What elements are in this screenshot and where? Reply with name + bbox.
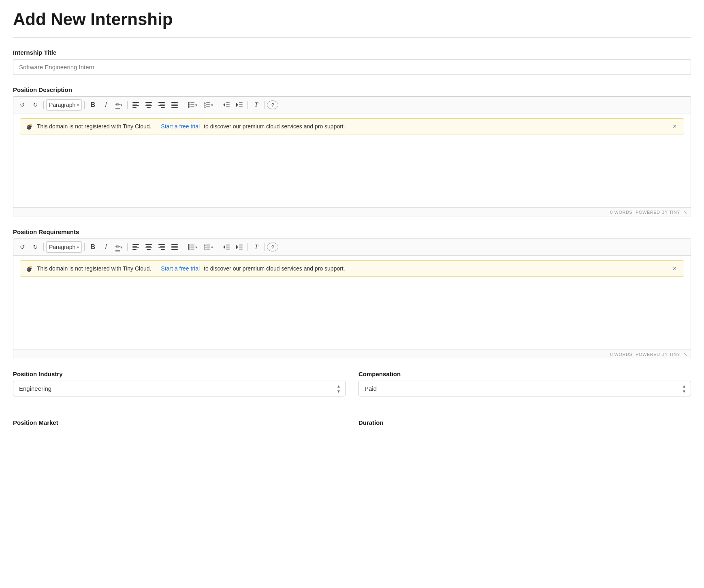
svg-rect-1: [132, 104, 137, 104]
svg-rect-41: [146, 246, 151, 247]
toolbar-separator-2: [84, 101, 85, 109]
format-select-text: Paragraph: [49, 102, 75, 108]
req-notice-close-button[interactable]: ×: [671, 265, 678, 272]
toolbar-separator-5: [218, 101, 218, 109]
svg-rect-43: [147, 249, 151, 250]
svg-rect-61: [206, 247, 210, 247]
duration-label: Duration: [358, 419, 691, 426]
outdent-button[interactable]: [221, 99, 232, 111]
req-notice-link[interactable]: Start a free trial: [161, 265, 200, 272]
svg-rect-10: [158, 105, 165, 106]
format-select[interactable]: Paragraph ▾: [46, 99, 82, 111]
svg-rect-47: [161, 249, 165, 250]
svg-rect-50: [171, 247, 178, 248]
position-requirements-editor: ↺ ↻ Paragraph ▾ B I ✏ ▾: [13, 239, 691, 359]
svg-rect-39: [132, 249, 137, 250]
svg-rect-8: [158, 102, 165, 103]
req-highlight-chevron: ▾: [120, 245, 122, 249]
req-align-left-button[interactable]: [130, 241, 141, 253]
req-highlight-button[interactable]: ✏ ▾: [113, 241, 125, 253]
clear-format-button[interactable]: T: [250, 99, 262, 111]
svg-marker-28: [223, 103, 225, 107]
description-resize-handle[interactable]: ⤡: [683, 209, 687, 215]
position-description-editor: ↺ ↻ Paragraph ▾ B I ✏ ▾: [13, 96, 691, 217]
description-editor-footer: 0 WORDS POWERED BY TINY ⤡: [13, 207, 691, 217]
req-undo-button[interactable]: ↺: [17, 241, 28, 253]
svg-rect-21: [190, 107, 194, 107]
help-button[interactable]: ?: [267, 100, 278, 109]
svg-rect-14: [171, 105, 178, 106]
redo-button[interactable]: ↻: [30, 99, 41, 111]
requirements-resize-handle[interactable]: ⤡: [683, 352, 687, 357]
req-pencil-icon: ✏: [115, 243, 120, 250]
svg-point-52: [188, 244, 190, 246]
bullet-list-button[interactable]: ▾: [186, 99, 200, 111]
notice-rest: to discover our premium cloud services a…: [204, 123, 345, 130]
svg-rect-65: [226, 245, 230, 245]
req-toolbar-separator-1: [43, 243, 44, 251]
position-market-label: Position Market: [13, 419, 346, 426]
req-outdent-button[interactable]: [221, 241, 232, 253]
req-align-center-button[interactable]: [143, 241, 154, 253]
req-format-select[interactable]: Paragraph ▾: [46, 241, 82, 253]
page-title: Add New Internship: [13, 10, 691, 38]
bold-button[interactable]: B: [87, 99, 98, 111]
position-industry-section: Position Industry Engineering Technology…: [13, 371, 346, 396]
svg-rect-45: [160, 246, 165, 247]
numbered-list-button[interactable]: 1.2.3. ▾: [201, 99, 215, 111]
svg-rect-48: [171, 244, 178, 245]
position-industry-select[interactable]: Engineering Technology Finance Healthcar…: [13, 381, 346, 396]
req-bullet-list-button[interactable]: ▾: [186, 241, 200, 253]
svg-rect-23: [206, 102, 210, 103]
svg-rect-15: [171, 107, 178, 108]
compensation-label: Compensation: [358, 371, 691, 377]
align-center-button[interactable]: [143, 99, 154, 111]
highlight-bar: [115, 108, 120, 109]
req-bold-button[interactable]: B: [87, 241, 98, 253]
req-align-justify-button[interactable]: [169, 241, 180, 253]
svg-point-20: [188, 106, 190, 108]
notice-icon: 💣: [26, 123, 33, 130]
svg-rect-69: [239, 245, 243, 245]
notice-link[interactable]: Start a free trial: [161, 123, 200, 130]
undo-button[interactable]: ↺: [17, 99, 28, 111]
req-indent-button[interactable]: [234, 241, 245, 253]
highlight-button[interactable]: ✏ ▾: [113, 99, 125, 111]
align-justify-button[interactable]: [169, 99, 180, 111]
position-description-label: Position Description: [13, 86, 691, 93]
market-duration-row: Position Market Duration: [13, 419, 691, 441]
position-industry-wrapper: Engineering Technology Finance Healthcar…: [13, 381, 346, 396]
internship-title-label: Internship Title: [13, 49, 691, 56]
svg-rect-3: [132, 107, 137, 108]
notice-close-button[interactable]: ×: [671, 123, 678, 130]
description-toolbar: ↺ ↻ Paragraph ▾ B I ✏ ▾: [13, 97, 691, 113]
svg-rect-33: [239, 102, 243, 103]
description-tiny-notice: 💣 This domain is not registered with Tin…: [20, 118, 684, 134]
svg-rect-25: [206, 104, 210, 105]
svg-point-16: [188, 102, 190, 104]
requirements-toolbar: ↺ ↻ Paragraph ▾ B I ✏ ▾: [13, 239, 691, 256]
svg-rect-70: [239, 247, 243, 247]
req-toolbar-separator-6: [247, 243, 248, 251]
italic-button[interactable]: I: [100, 99, 111, 111]
svg-rect-7: [147, 107, 151, 108]
position-market-section: Position Market: [13, 419, 346, 429]
internship-title-input[interactable]: [13, 59, 691, 75]
svg-rect-5: [146, 104, 151, 104]
svg-rect-29: [226, 102, 230, 103]
req-help-button[interactable]: ?: [267, 243, 278, 251]
align-left-button[interactable]: [130, 99, 141, 111]
align-right-button[interactable]: [156, 99, 167, 111]
req-redo-button[interactable]: ↻: [30, 241, 41, 253]
toolbar-separator-7: [264, 101, 265, 109]
requirements-editor-body[interactable]: 💣 This domain is not registered with Tin…: [13, 260, 691, 349]
req-align-right-button[interactable]: [156, 241, 167, 253]
req-clear-format-button[interactable]: T: [250, 241, 262, 253]
compensation-select[interactable]: Paid Unpaid Stipend: [358, 381, 691, 396]
svg-rect-53: [190, 245, 194, 245]
req-numbered-list-button[interactable]: 1.2.3. ▾: [201, 241, 215, 253]
description-editor-body[interactable]: 💣 This domain is not registered with Tin…: [13, 118, 691, 207]
indent-button[interactable]: [234, 99, 245, 111]
industry-compensation-row: Position Industry Engineering Technology…: [13, 371, 691, 408]
req-italic-button[interactable]: I: [100, 241, 111, 253]
